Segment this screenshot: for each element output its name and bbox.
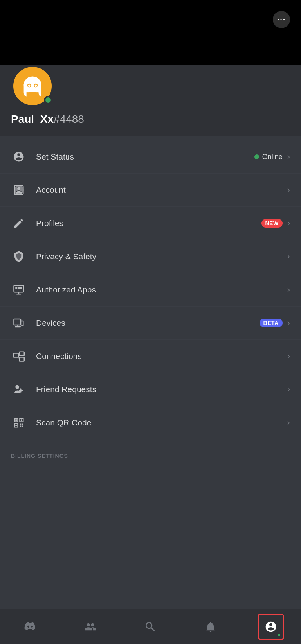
profiles-right: NEW › [261, 218, 290, 228]
nav-item-profile[interactable] [259, 615, 283, 639]
friend-requests-label: Friend Requests [36, 385, 287, 394]
set-status-label: Set Status [36, 152, 254, 161]
discord-icon [24, 621, 36, 633]
svg-rect-25 [22, 424, 23, 425]
privacy-label: Privacy & Safety [36, 252, 287, 261]
devices-icon [11, 315, 27, 331]
chevron-icon: › [287, 251, 290, 262]
avatar-image [19, 72, 46, 100]
menu-item-account[interactable]: Account › [0, 174, 301, 207]
nav-online-dot [277, 633, 281, 637]
username-text: Paul_Xx [11, 113, 54, 125]
bottom-nav [0, 609, 301, 644]
qr-icon [11, 415, 27, 431]
menu-list: Set Status Online › Account › [0, 136, 301, 443]
beta-badge: BETA [260, 319, 283, 327]
svg-rect-26 [20, 426, 22, 427]
devices-right: BETA › [260, 318, 290, 328]
svg-rect-10 [18, 287, 20, 289]
svg-point-13 [22, 325, 23, 326]
svg-rect-12 [14, 319, 21, 325]
connections-label: Connections [36, 352, 287, 361]
svg-rect-9 [15, 287, 17, 289]
svg-rect-15 [19, 352, 24, 356]
chevron-icon: › [287, 418, 290, 428]
account-icon [11, 182, 27, 198]
chevron-icon: › [287, 152, 290, 162]
friends-icon [11, 382, 27, 397]
username: Paul_Xx#4488 [11, 113, 290, 126]
menu-item-profiles[interactable]: Profiles NEW › [0, 207, 301, 240]
scan-qr-label: Scan QR Code [36, 418, 287, 427]
status-text: Online [254, 153, 283, 161]
connections-right: › [287, 351, 290, 361]
set-status-right: Online › [254, 152, 290, 162]
authorized-apps-label: Authorized Apps [36, 285, 287, 294]
friends-nav-icon [84, 621, 97, 633]
profiles-icon [11, 215, 27, 231]
apps-right: › [287, 285, 290, 295]
search-icon [144, 621, 157, 633]
online-label: Online [262, 153, 283, 161]
svg-rect-23 [15, 425, 17, 426]
svg-rect-27 [22, 426, 23, 427]
svg-point-17 [15, 385, 19, 389]
svg-rect-21 [21, 419, 22, 421]
profile-section: Paul_Xx#4488 [0, 65, 301, 136]
chevron-icon: › [287, 318, 290, 328]
chevron-icon: › [287, 384, 290, 395]
account-label: Account [36, 185, 287, 195]
menu-item-authorized-apps[interactable]: Authorized Apps › [0, 273, 301, 307]
svg-point-7 [17, 187, 20, 190]
chevron-icon: › [287, 285, 290, 295]
menu-item-friend-requests[interactable]: Friend Requests › [0, 373, 301, 406]
account-right: › [287, 185, 290, 195]
menu-item-privacy[interactable]: Privacy & Safety › [0, 240, 301, 273]
devices-label: Devices [36, 318, 260, 328]
svg-point-5 [35, 85, 37, 87]
svg-rect-19 [15, 419, 17, 421]
qr-right: › [287, 418, 290, 428]
privacy-right: › [287, 251, 290, 262]
avatar-wrapper [11, 65, 54, 108]
nav-item-home[interactable] [18, 615, 42, 639]
online-dot [254, 154, 259, 159]
avatar-online-indicator [44, 96, 52, 104]
new-badge: NEW [261, 219, 283, 228]
svg-point-4 [28, 85, 31, 87]
more-dots-icon: ··· [277, 15, 286, 24]
profiles-label: Profiles [36, 219, 261, 228]
more-options-button[interactable]: ··· [273, 11, 290, 28]
svg-rect-11 [20, 287, 22, 289]
svg-rect-1 [24, 85, 41, 93]
chevron-icon: › [287, 185, 290, 195]
menu-item-scan-qr[interactable]: Scan QR Code › [0, 406, 301, 439]
menu-item-devices[interactable]: Devices BETA › [0, 307, 301, 340]
apps-icon [11, 282, 27, 298]
nav-item-friends[interactable] [79, 615, 102, 639]
status-icon [11, 149, 27, 165]
friends-right: › [287, 384, 290, 395]
connections-icon [11, 348, 27, 364]
svg-rect-16 [19, 357, 24, 361]
svg-rect-14 [13, 353, 18, 357]
menu-item-connections[interactable]: Connections › [0, 340, 301, 373]
billing-settings-header: BILLING SETTINGS [0, 443, 301, 464]
svg-rect-24 [20, 424, 22, 425]
menu-item-set-status[interactable]: Set Status Online › [0, 140, 301, 174]
nav-item-search[interactable] [139, 615, 162, 639]
nav-item-notifications[interactable] [199, 615, 222, 639]
privacy-icon [11, 249, 27, 264]
chevron-icon: › [287, 218, 290, 228]
discriminator-text: #4488 [54, 113, 84, 125]
bell-icon [204, 621, 217, 633]
billing-settings-label: BILLING SETTINGS [11, 453, 68, 459]
chevron-icon: › [287, 351, 290, 361]
